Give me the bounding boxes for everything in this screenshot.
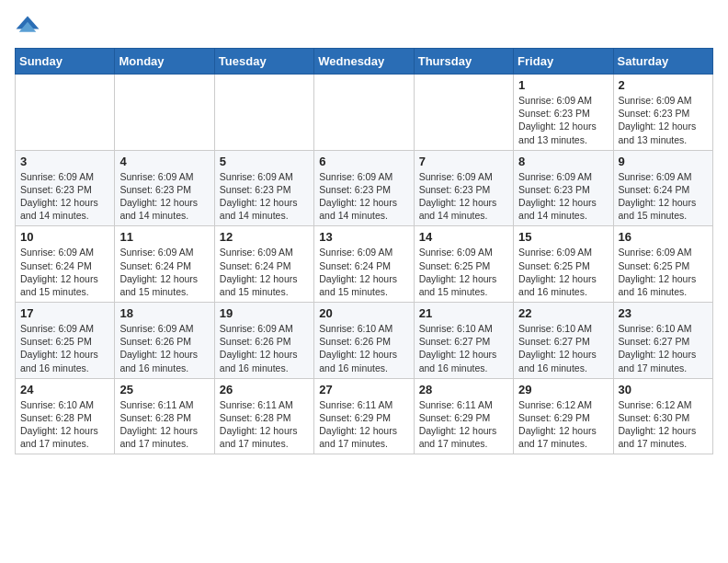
column-header-tuesday: Tuesday (214, 49, 313, 75)
day-info: Sunrise: 6:09 AM Sunset: 6:25 PM Dayligh… (419, 246, 509, 298)
day-number: 6 (319, 155, 409, 168)
day-info: Sunrise: 6:09 AM Sunset: 6:25 PM Dayligh… (518, 246, 609, 298)
calendar-cell: 13Sunrise: 6:09 AM Sunset: 6:24 PM Dayli… (314, 226, 414, 303)
day-number: 11 (119, 230, 210, 244)
day-number: 8 (518, 155, 609, 168)
day-info: Sunrise: 6:09 AM Sunset: 6:24 PM Dayligh… (119, 246, 210, 298)
day-info: Sunrise: 6:09 AM Sunset: 6:23 PM Dayligh… (518, 170, 609, 223)
calendar-cell: 28Sunrise: 6:11 AM Sunset: 6:29 PM Dayli… (414, 378, 513, 454)
day-number: 28 (419, 383, 509, 396)
calendar-table: SundayMondayTuesdayWednesdayThursdayFrid… (15, 48, 713, 454)
day-info: Sunrise: 6:10 AM Sunset: 6:27 PM Dayligh… (619, 322, 709, 374)
day-info: Sunrise: 6:09 AM Sunset: 6:24 PM Dayligh… (220, 246, 310, 298)
day-number: 22 (518, 306, 609, 320)
day-info: Sunrise: 6:11 AM Sunset: 6:29 PM Dayligh… (419, 398, 509, 451)
column-header-sunday: Sunday (16, 49, 115, 75)
day-info: Sunrise: 6:09 AM Sunset: 6:23 PM Dayligh… (220, 170, 310, 223)
calendar-header-row: SundayMondayTuesdayWednesdayThursdayFrid… (16, 49, 713, 75)
day-info: Sunrise: 6:09 AM Sunset: 6:24 PM Dayligh… (319, 246, 409, 298)
day-number: 23 (619, 306, 709, 320)
day-number: 20 (319, 306, 409, 320)
calendar-cell (414, 75, 513, 151)
day-info: Sunrise: 6:09 AM Sunset: 6:23 PM Dayligh… (518, 94, 609, 146)
calendar-cell (16, 75, 115, 151)
day-number: 7 (419, 155, 509, 168)
day-info: Sunrise: 6:10 AM Sunset: 6:27 PM Dayligh… (518, 322, 609, 374)
calendar-week-5: 24Sunrise: 6:10 AM Sunset: 6:28 PM Dayli… (16, 378, 713, 454)
calendar-cell: 5Sunrise: 6:09 AM Sunset: 6:23 PM Daylig… (214, 150, 313, 226)
column-header-wednesday: Wednesday (314, 49, 414, 75)
calendar-cell: 4Sunrise: 6:09 AM Sunset: 6:23 PM Daylig… (115, 150, 214, 226)
day-number: 4 (119, 155, 210, 168)
day-number: 29 (518, 383, 609, 396)
day-info: Sunrise: 6:09 AM Sunset: 6:25 PM Dayligh… (20, 322, 110, 374)
calendar-cell: 6Sunrise: 6:09 AM Sunset: 6:23 PM Daylig… (314, 150, 414, 226)
calendar-cell: 22Sunrise: 6:10 AM Sunset: 6:27 PM Dayli… (514, 303, 613, 379)
day-info: Sunrise: 6:09 AM Sunset: 6:23 PM Dayligh… (619, 94, 709, 146)
day-info: Sunrise: 6:09 AM Sunset: 6:24 PM Dayligh… (619, 170, 709, 223)
logo-icon (15, 15, 40, 40)
day-number: 12 (220, 230, 310, 244)
calendar-cell: 8Sunrise: 6:09 AM Sunset: 6:23 PM Daylig… (514, 150, 613, 226)
day-info: Sunrise: 6:09 AM Sunset: 6:26 PM Dayligh… (119, 322, 210, 374)
calendar-cell: 27Sunrise: 6:11 AM Sunset: 6:29 PM Dayli… (314, 378, 414, 454)
calendar-cell: 17Sunrise: 6:09 AM Sunset: 6:25 PM Dayli… (16, 303, 115, 379)
day-info: Sunrise: 6:11 AM Sunset: 6:29 PM Dayligh… (319, 398, 409, 451)
calendar-cell: 25Sunrise: 6:11 AM Sunset: 6:28 PM Dayli… (115, 378, 214, 454)
calendar-week-1: 1Sunrise: 6:09 AM Sunset: 6:23 PM Daylig… (16, 75, 713, 151)
calendar-cell: 30Sunrise: 6:12 AM Sunset: 6:30 PM Dayli… (613, 378, 712, 454)
day-number: 26 (220, 383, 310, 396)
calendar-week-2: 3Sunrise: 6:09 AM Sunset: 6:23 PM Daylig… (16, 150, 713, 226)
calendar-cell: 16Sunrise: 6:09 AM Sunset: 6:25 PM Dayli… (613, 226, 712, 303)
day-number: 2 (619, 78, 709, 92)
calendar-cell: 10Sunrise: 6:09 AM Sunset: 6:24 PM Dayli… (16, 226, 115, 303)
day-info: Sunrise: 6:12 AM Sunset: 6:29 PM Dayligh… (518, 398, 609, 451)
day-info: Sunrise: 6:09 AM Sunset: 6:24 PM Dayligh… (20, 246, 110, 298)
column-header-monday: Monday (115, 49, 214, 75)
day-number: 19 (220, 306, 310, 320)
logo (15, 15, 44, 40)
column-header-thursday: Thursday (414, 49, 513, 75)
calendar-cell: 18Sunrise: 6:09 AM Sunset: 6:26 PM Dayli… (115, 303, 214, 379)
calendar-cell: 1Sunrise: 6:09 AM Sunset: 6:23 PM Daylig… (514, 75, 613, 151)
calendar-cell (314, 75, 414, 151)
day-number: 10 (20, 230, 110, 244)
day-number: 9 (619, 155, 709, 168)
day-info: Sunrise: 6:12 AM Sunset: 6:30 PM Dayligh… (619, 398, 709, 451)
calendar-cell: 21Sunrise: 6:10 AM Sunset: 6:27 PM Dayli… (414, 303, 513, 379)
calendar-cell: 23Sunrise: 6:10 AM Sunset: 6:27 PM Dayli… (613, 303, 712, 379)
day-info: Sunrise: 6:09 AM Sunset: 6:25 PM Dayligh… (619, 246, 709, 298)
calendar-cell: 29Sunrise: 6:12 AM Sunset: 6:29 PM Dayli… (514, 378, 613, 454)
calendar-cell: 24Sunrise: 6:10 AM Sunset: 6:28 PM Dayli… (16, 378, 115, 454)
calendar-week-4: 17Sunrise: 6:09 AM Sunset: 6:25 PM Dayli… (16, 303, 713, 379)
day-number: 18 (119, 306, 210, 320)
page-header (15, 15, 713, 40)
calendar-cell: 2Sunrise: 6:09 AM Sunset: 6:23 PM Daylig… (613, 75, 712, 151)
column-header-friday: Friday (514, 49, 613, 75)
day-info: Sunrise: 6:09 AM Sunset: 6:23 PM Dayligh… (20, 170, 110, 223)
calendar-cell (214, 75, 313, 151)
day-number: 21 (419, 306, 509, 320)
day-number: 5 (220, 155, 310, 168)
calendar-cell: 15Sunrise: 6:09 AM Sunset: 6:25 PM Dayli… (514, 226, 613, 303)
calendar-cell: 20Sunrise: 6:10 AM Sunset: 6:26 PM Dayli… (314, 303, 414, 379)
calendar-cell: 26Sunrise: 6:11 AM Sunset: 6:28 PM Dayli… (214, 378, 313, 454)
day-number: 3 (20, 155, 110, 168)
calendar-cell: 19Sunrise: 6:09 AM Sunset: 6:26 PM Dayli… (214, 303, 313, 379)
calendar-cell: 9Sunrise: 6:09 AM Sunset: 6:24 PM Daylig… (613, 150, 712, 226)
day-number: 1 (518, 78, 609, 92)
day-info: Sunrise: 6:09 AM Sunset: 6:23 PM Dayligh… (319, 170, 409, 223)
calendar-cell: 11Sunrise: 6:09 AM Sunset: 6:24 PM Dayli… (115, 226, 214, 303)
day-number: 30 (619, 383, 709, 396)
day-number: 15 (518, 230, 609, 244)
day-number: 27 (319, 383, 409, 396)
day-number: 24 (20, 383, 110, 396)
day-number: 25 (119, 383, 210, 396)
day-info: Sunrise: 6:10 AM Sunset: 6:27 PM Dayligh… (419, 322, 509, 374)
day-info: Sunrise: 6:10 AM Sunset: 6:28 PM Dayligh… (20, 398, 110, 451)
day-info: Sunrise: 6:10 AM Sunset: 6:26 PM Dayligh… (319, 322, 409, 374)
calendar-cell (115, 75, 214, 151)
calendar-cell: 14Sunrise: 6:09 AM Sunset: 6:25 PM Dayli… (414, 226, 513, 303)
calendar-week-3: 10Sunrise: 6:09 AM Sunset: 6:24 PM Dayli… (16, 226, 713, 303)
day-info: Sunrise: 6:09 AM Sunset: 6:26 PM Dayligh… (220, 322, 310, 374)
